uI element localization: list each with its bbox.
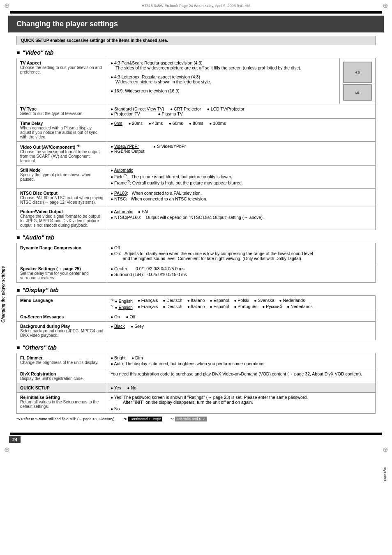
tv-type-label: TV Type Select to suit the type of telev… xyxy=(17,104,107,119)
main-content: QUICK SETUP enables successive settings … xyxy=(8,32,384,429)
menu-language-label: Menu Language xyxy=(17,295,107,312)
footnote-7: *7 Australia and N.Z. xyxy=(171,417,207,421)
side-label: Changing the player settings xyxy=(1,266,5,322)
background-value: ● Continental EuropeBlack ● Grey xyxy=(107,321,376,340)
still-mode-label: Still Mode Specify the type of picture s… xyxy=(17,165,107,188)
bottom-left-corner: ⊕ xyxy=(4,446,9,454)
top-strip: HT315 345W En.book Page 24 Wednesday, Ap… xyxy=(142,4,250,8)
quick-setup-value: ● Yes ● No xyxy=(107,383,376,392)
table-row: Picture/Video Output Change the video si… xyxy=(17,207,376,230)
table-row: Video Out (AV/Component) *8 Choose the v… xyxy=(17,142,376,166)
bottom-corners: ⊕ ⊕ xyxy=(0,444,392,455)
reinit-value: ● Yes: The password screen is shown if "… xyxy=(107,392,376,413)
table-row: On-Screen Messages ● On ● Off xyxy=(17,312,376,321)
background-label: Background during Play Select background… xyxy=(17,321,107,340)
table-row: QUICK SETUP ● Yes ● No xyxy=(17,383,376,392)
tv-aspect-image: 4:3 LB xyxy=(340,58,376,104)
australia-nz-highlight: Australia and N.Z. xyxy=(175,417,207,421)
table-row: FL Dimmer Change the brightness of the u… xyxy=(17,353,376,369)
still-mode-value: ● Automatic ● Field*5: The picture is no… xyxy=(107,165,376,188)
top-bar xyxy=(10,11,382,14)
rqt-code: RQT8654 xyxy=(383,467,387,481)
footnote-5: *5 Refer to "Frame still and field still… xyxy=(16,417,115,421)
table-row: DivX Registration Display the unit's reg… xyxy=(17,369,376,383)
tv-aspect-label: TV Aspect Choose the setting to suit you… xyxy=(17,58,107,104)
page-title: Changing the player settings xyxy=(8,16,384,32)
others-tab-header: "Others" tab xyxy=(16,344,376,351)
table-row: TV Aspect Choose the setting to suit you… xyxy=(17,58,376,104)
onscreen-value: ● On ● Off xyxy=(107,312,376,321)
speaker-settings-value: ● Center: 0.0/1.0/2.0/3.0/4.0/5.0 ms ● S… xyxy=(107,264,376,282)
dynamic-range-value: ● Off ● On: Adjusts for clarity even whe… xyxy=(107,243,376,264)
bottom-right-corner-mark: ⊕ xyxy=(383,446,388,454)
dynamic-range-label: Dynamic Range Compression xyxy=(17,243,107,264)
fl-dimmer-label: FL Dimmer Change the brightness of the u… xyxy=(17,353,107,369)
video-tab-header: "Video" tab xyxy=(16,49,376,56)
quick-setup-label: QUICK SETUP xyxy=(17,383,107,392)
time-delay-label: Time Delay When connected with a Plasma … xyxy=(17,119,107,142)
reinit-label: Re-initialise Setting Return all values … xyxy=(17,392,107,413)
ntsc-value: ● PAL60: When connected to a PAL televis… xyxy=(107,188,376,207)
table-row: Still Mode Specify the type of picture s… xyxy=(17,165,376,188)
table-row: Background during Play Select background… xyxy=(17,321,376,340)
page-number: 24 xyxy=(9,436,21,443)
table-row: TV Type Select to suit the type of telev… xyxy=(17,104,376,119)
table-row: Time Delay When connected with a Plasma … xyxy=(17,119,376,142)
table-row: Menu Language *6 ● English ● Français ● … xyxy=(17,295,376,312)
table-row: Dynamic Range Compression ● Off ● On: Ad… xyxy=(17,243,376,264)
video-out-label: Video Out (AV/Component) *8 Choose the v… xyxy=(17,142,107,166)
continental-europe-highlight: Continental Europe xyxy=(128,417,162,421)
table-row: Speaker Settings (→ page 25) Set the del… xyxy=(17,264,376,282)
top-corners: ⊕ HT315 345W En.book Page 24 Wednesday, … xyxy=(0,0,392,11)
table-row: NTSC Disc Output Choose PAL 60 or NTSC o… xyxy=(17,188,376,207)
audio-settings-table: Dynamic Range Compression ● Off ● On: Ad… xyxy=(16,243,376,283)
time-delay-value: ● 0ms ● 20ms ● 40ms ● 60ms ● 80ms ● 100m… xyxy=(107,119,376,142)
footnote-6: *6 Continental Europe xyxy=(124,417,162,421)
onscreen-label: On-Screen Messages xyxy=(17,312,107,321)
footnotes: *5 Refer to "Frame still and field still… xyxy=(16,417,376,421)
others-settings-table: FL Dimmer Change the brightness of the u… xyxy=(16,353,376,414)
picture-video-label: Picture/Video Output Change the video si… xyxy=(17,207,107,230)
divx-value: You need this registration code to purch… xyxy=(107,369,376,383)
fl-dimmer-value: ● Bright ● Dim ● Auto: The display is di… xyxy=(107,353,376,369)
tv-aspect-value: ● 4:3 Pan&Scan: Regular aspect televisio… xyxy=(107,58,340,104)
top-right-corner: ⊕ xyxy=(383,2,388,9)
bottom-info: 24 xyxy=(0,435,392,444)
video-out-value: ● Video/YPbPr ● S-Video/YPbPr ● RGB/No O… xyxy=(107,142,376,166)
display-tab-header: "Display" tab xyxy=(16,287,376,293)
speaker-settings-label: Speaker Settings (→ page 25) Set the del… xyxy=(17,264,107,282)
video-settings-table: TV Aspect Choose the setting to suit you… xyxy=(16,58,376,230)
audio-tab-header: "Audio" tab xyxy=(16,234,376,241)
picture-video-value: ● Automatic ● PAL ● NTSC/PAL60: Output w… xyxy=(107,207,376,230)
quick-setup-note: QUICK SETUP enables successive settings … xyxy=(16,36,376,45)
ntsc-label: NTSC Disc Output Choose PAL 60 or NTSC o… xyxy=(17,188,107,207)
display-settings-table: Menu Language *6 ● English ● Français ● … xyxy=(16,295,376,340)
top-left-corner: ⊕ xyxy=(4,2,9,9)
menu-language-value: *6 ● English ● Français ● Deutsch ● Ital… xyxy=(107,295,376,312)
tv-type-value: ● Standard (Direct View TV) ● CRT Projec… xyxy=(107,104,376,119)
table-row: Re-initialise Setting Return all values … xyxy=(17,392,376,413)
divx-label: DivX Registration Display the unit's reg… xyxy=(17,369,107,383)
page-container: ⊕ HT315 345W En.book Page 24 Wednesday, … xyxy=(0,0,392,555)
